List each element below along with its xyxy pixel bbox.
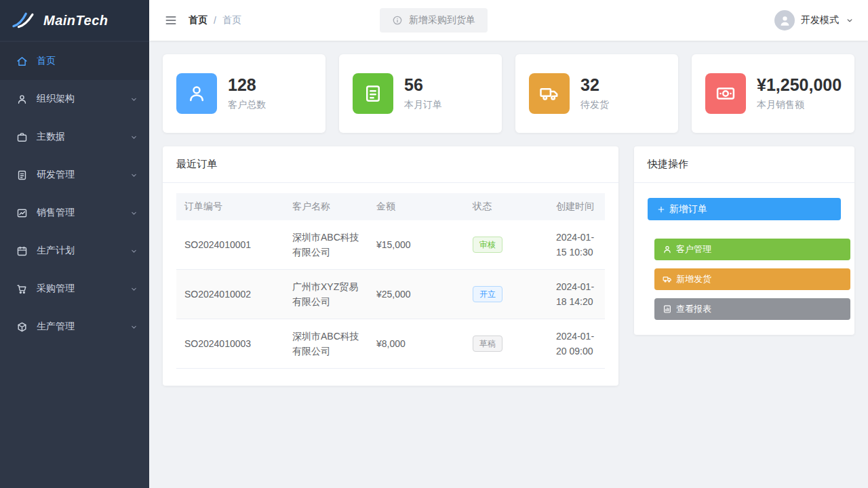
chevron-down-icon: [130, 285, 138, 293]
truck-icon: [529, 73, 570, 114]
table-row: SO2024010001 深圳市ABC科技有限公司 ¥15,000 审核 202…: [176, 220, 605, 270]
chevron-down-icon: [130, 247, 138, 256]
quick-actions-title: 快捷操作: [634, 146, 854, 183]
stat-meta: 128 客户总数: [228, 76, 266, 112]
sidebar-item-home[interactable]: 首页: [0, 42, 149, 80]
home-icon: [16, 56, 28, 67]
money-icon: [705, 73, 746, 114]
recent-orders-panel: 最近订单 订单编号 客户名称 金额 状态 创建时间: [163, 146, 618, 386]
quick-actions-panel: 快捷操作 新增订单 客户管理 新增发货: [634, 146, 854, 335]
plus-icon: [656, 205, 666, 214]
main-content: 128 客户总数 56 本月订单 32 待发货: [149, 41, 868, 488]
stat-card-monthly-orders: 56 本月订单: [339, 54, 502, 133]
truck-icon: [663, 274, 672, 284]
status-cell: 开立: [465, 270, 548, 319]
stat-meta: 56 本月订单: [404, 76, 442, 112]
chevron-down-icon: [130, 209, 138, 218]
sidebar-item-label: 研发管理: [37, 169, 75, 181]
chevron-down-icon: [130, 95, 138, 104]
orders-table-header-row: 订单编号 客户名称 金额 状态 创建时间: [176, 193, 605, 220]
avatar-person-icon: [774, 10, 795, 30]
swoosh-logo-icon: [9, 11, 38, 30]
recent-orders-title: 最近订单: [163, 146, 618, 183]
sidebar-item-purchase-management[interactable]: 采购管理: [0, 270, 149, 308]
new-purchase-arrival-label: 新增采购到货单: [409, 14, 475, 26]
app-root: MainTech 首页 组织架构 主数据 研发管理: [0, 0, 868, 488]
stat-label: 本月销售额: [757, 99, 842, 111]
sidebar-item-label: 首页: [37, 55, 56, 67]
status-badge: 开立: [473, 286, 502, 302]
top-header: 首页 / 首页 新增采购到货单 开发模式: [149, 0, 868, 41]
cart-icon: [16, 283, 28, 295]
stat-label: 本月订单: [404, 99, 442, 111]
status-badge: 审核: [473, 237, 502, 253]
sidebar: MainTech 首页 组织架构 主数据 研发管理: [0, 0, 149, 488]
chevron-down-icon: [130, 171, 138, 180]
stats-row: 128 客户总数 56 本月订单 32 待发货: [163, 54, 854, 133]
status-cell: 审核: [465, 220, 548, 270]
hamburger-icon[interactable]: [163, 12, 179, 28]
sidebar-item-master-data[interactable]: 主数据: [0, 118, 149, 156]
user-icon: [16, 94, 28, 105]
new-shipment-label: 新增发货: [676, 273, 711, 285]
new-order-label: 新增订单: [669, 203, 707, 216]
stat-value: ¥1,250,000: [757, 76, 842, 95]
order-id-cell: SO2024010003: [176, 319, 284, 369]
amount-cell: ¥8,000: [368, 319, 465, 369]
calendar-icon: [16, 245, 28, 257]
status-cell: 草稿: [465, 319, 548, 369]
column-header-order-id: 订单编号: [176, 193, 284, 220]
view-reports-button[interactable]: 查看报表: [654, 298, 850, 320]
amount-cell: ¥25,000: [368, 270, 465, 319]
sidebar-item-label: 主数据: [37, 131, 65, 143]
stat-meta: 32 待发货: [580, 76, 609, 112]
chart-icon: [16, 207, 28, 219]
sidebar-item-organization[interactable]: 组织架构: [0, 80, 149, 118]
chevron-down-icon: [845, 16, 854, 25]
breadcrumb: 首页 / 首页: [189, 14, 241, 26]
info-icon: [392, 15, 403, 26]
column-header-status: 状态: [465, 193, 548, 220]
customer-cell: 深圳市ABC科技有限公司: [284, 319, 368, 369]
orders-table: 订单编号 客户名称 金额 状态 创建时间 SO2024010001: [176, 193, 605, 369]
document-icon: [16, 169, 28, 181]
customer-management-button[interactable]: 客户管理: [654, 239, 850, 260]
brand-logo: MainTech: [0, 0, 149, 41]
stat-label: 客户总数: [228, 99, 266, 111]
stat-value: 32: [580, 76, 609, 95]
status-badge: 草稿: [473, 336, 502, 352]
new-purchase-arrival-button[interactable]: 新增采购到货单: [380, 8, 488, 33]
sidebar-item-label: 生产管理: [37, 321, 75, 333]
customer-cell: 深圳市ABC科技有限公司: [284, 220, 368, 270]
sidebar-item-production-plan[interactable]: 生产计划: [0, 232, 149, 270]
breadcrumb-separator: /: [214, 15, 216, 26]
stat-value: 128: [228, 76, 266, 95]
order-id-cell: SO2024010002: [176, 270, 284, 319]
brand-name: MainTech: [43, 13, 108, 28]
amount-cell: ¥15,000: [368, 220, 465, 270]
sidebar-item-label: 生产计划: [37, 245, 75, 257]
sidebar-item-label: 销售管理: [37, 207, 75, 219]
sidebar-item-production-management[interactable]: 生产管理: [0, 308, 149, 346]
created-cell: 2024-01-15 10:30: [548, 220, 605, 270]
new-order-button[interactable]: 新增订单: [648, 198, 841, 220]
column-header-created: 创建时间: [548, 193, 605, 220]
briefcase-icon: [16, 131, 28, 143]
stat-value: 56: [404, 76, 442, 95]
sidebar-item-label: 组织架构: [37, 93, 75, 105]
created-cell: 2024-01-20 09:00: [548, 319, 605, 369]
box-icon: [16, 321, 28, 333]
created-cell: 2024-01-18 14:20: [548, 270, 605, 319]
users-icon: [176, 73, 217, 114]
order-id-cell: SO2024010001: [176, 220, 284, 270]
sidebar-item-sales-management[interactable]: 销售管理: [0, 194, 149, 232]
document-icon: [353, 73, 393, 114]
stat-card-pending-shipments: 32 待发货: [515, 54, 678, 133]
breadcrumb-root[interactable]: 首页: [189, 14, 208, 26]
new-shipment-button[interactable]: 新增发货: [654, 268, 850, 290]
stat-card-monthly-sales: ¥1,250,000 本月销售额: [692, 54, 854, 133]
user-menu[interactable]: 开发模式: [774, 10, 854, 30]
stat-label: 待发货: [580, 99, 609, 111]
user-mode-label: 开发模式: [801, 14, 839, 26]
sidebar-item-rd-management[interactable]: 研发管理: [0, 156, 149, 194]
